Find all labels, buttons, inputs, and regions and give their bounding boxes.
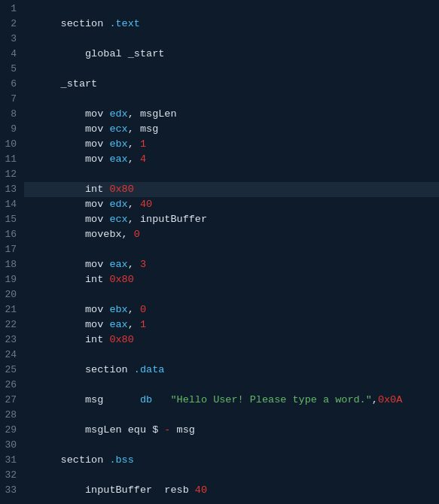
code-line-12: int 0x80 [24,167,439,182]
indent-3 [61,48,85,59]
reg-ecx-8: ecx [109,123,127,135]
code-editor: 1 2 3 4 5 6 7 8 9 10 11 12 13 14 15 16 1… [0,0,439,504]
sp-28 [61,424,85,436]
num-40-13: 40 [140,199,152,210]
ln-30: 30 [0,438,17,453]
sp-13 [61,199,85,210]
mov-10: mov [85,153,109,165]
num-1-9: 1 [140,138,146,150]
val-msg-28: msg [170,424,194,436]
sp-32 [61,484,85,496]
kw-db-26: db [140,394,152,405]
ln-17: 17 [0,242,17,257]
ln-28: 28 [0,408,17,423]
reg-ecx-14: ecx [109,214,127,225]
sp-24 [61,364,85,375]
movebx-15: movebx, [85,229,134,240]
ident-msglen-28: msgLen [85,424,128,436]
num-40-32: 40 [195,484,207,496]
val-msglen: msgLen [140,108,177,120]
sp-9 [61,138,85,150]
ident-msg-26: msg [85,394,140,405]
kw-equ-28: equ [128,424,152,436]
comma-8: , [128,123,140,135]
sp-17 [61,259,85,270]
ln-25: 25 [0,363,17,378]
mov-14: mov [85,214,109,225]
sp-8 [61,123,85,135]
dollar-28: $ [152,424,164,436]
reg-edx-13: edx [109,199,127,210]
kw-global: global [85,48,128,59]
code-line-26: msg db "Hello User! Please type a word."… [24,378,439,393]
sp2-26 [152,394,170,405]
comma-17: , [128,259,140,270]
ln-4: 4 [0,47,17,62]
ln-27: 27 [0,393,17,408]
ln-22: 22 [0,317,17,332]
hex-80-12: 0x80 [109,184,133,195]
num-0-15: 0 [134,229,140,240]
sp-21 [61,319,85,330]
dot-text: .text [109,18,140,29]
int-12: int [85,184,109,195]
comma-20: , [128,304,140,315]
kw-section-24: section [85,364,134,375]
reg-eax-10: eax [109,153,127,165]
comma-21: , [128,319,140,330]
val-ibuf-14: inputBuffer [140,214,207,225]
code-line-30: section .bss [24,438,439,453]
ln-23: 23 [0,332,17,348]
ln-14: 14 [0,197,17,212]
dot-bss: .bss [109,454,133,466]
ident-start: _start [128,48,165,59]
mov-20: mov [85,304,109,315]
comma-14: , [128,214,140,225]
kw-section-1: section [61,18,110,29]
sp-20 [61,304,85,315]
ln-15: 15 [0,212,17,227]
ln-26: 26 [0,378,17,393]
dot-data: .data [134,364,165,375]
code-line-32: inputBuffer resb 40 [24,468,439,483]
reg-ebx-9: ebx [109,138,127,150]
ln-1: 1 [0,2,17,17]
ln-20: 20 [0,287,17,302]
val-msg-8: msg [140,123,158,135]
mov-9: mov [85,138,109,150]
hex-80-18: 0x80 [109,274,133,285]
sp-18 [61,274,85,285]
ln-2: 2 [0,17,17,32]
comma-10: , [128,153,140,165]
ident-ibuf-32: inputBuffer [85,484,164,496]
kw-section-30: section [61,454,110,466]
ln-3: 3 [0,32,17,47]
code-line-7: mov edx, msgLen [24,92,439,107]
sp-7 [61,108,85,120]
ln-18: 18 [0,257,17,272]
int-18: int [85,274,109,285]
code-line-3: global _start [24,32,439,47]
reg-ebx-20: ebx [109,304,127,315]
ln-24: 24 [0,348,17,363]
code-line-17: mov eax, 3 [24,242,439,257]
mov-13: mov [85,199,109,210]
ln-21: 21 [0,302,17,317]
ln-7: 7 [0,92,17,107]
comma-26: , [372,394,378,405]
ln-13: 13 [0,182,17,197]
ln-33: 33 [0,483,17,498]
comma-7: , [128,108,140,120]
comma-13: , [128,199,140,210]
ln-10: 10 [0,137,17,152]
kw-resb-32: resb [164,484,195,496]
code-line-1: section .text [24,2,439,17]
mov-8: mov [85,123,109,135]
num-1-21: 1 [140,319,146,330]
comma-9: , [128,138,140,150]
num-4-10: 4 [140,153,146,165]
str-hello: "Hello User! Please type a word." [170,394,371,405]
code-line-20: mov ebx, 0 [24,287,439,302]
hex-0a-26: 0x0A [378,394,402,405]
sp-22 [61,334,85,345]
